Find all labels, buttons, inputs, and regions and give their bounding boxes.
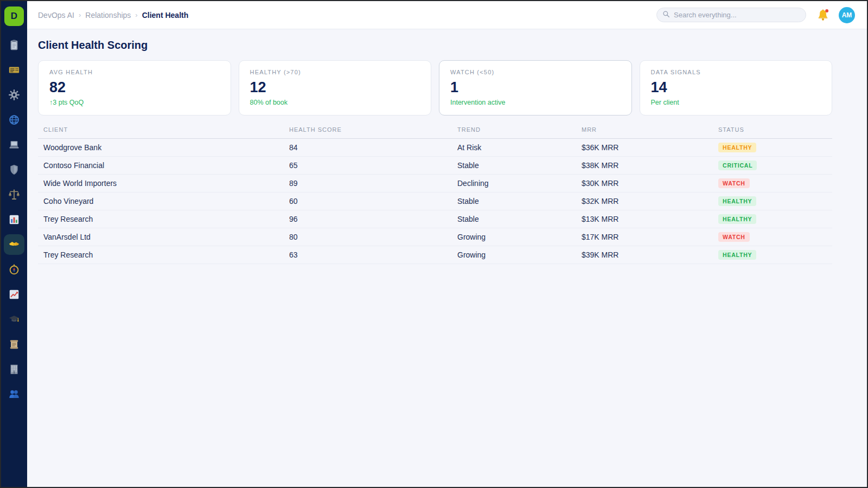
main-area: DevOps AI › Relationships › Client Healt… (27, 1, 867, 487)
column-header-status: Status (718, 126, 832, 133)
sidebar-item-security[interactable] (4, 159, 24, 180)
stat-value: 1 (450, 79, 621, 96)
stat-value: 14 (651, 79, 821, 96)
table-row[interactable]: Woodgrove Bank 84 At Risk $36K MRR HEALT… (38, 139, 832, 157)
stat-label: AVG HEALTH (49, 69, 220, 75)
health-score: 96 (289, 215, 457, 223)
stat-subtext: ↑3 pts QoQ (49, 99, 220, 106)
mrr: $36K MRR (582, 143, 718, 152)
sidebar: D (1, 1, 27, 487)
clipboard-icon (8, 39, 20, 51)
table-row[interactable]: Trey Research 96 Stable $13K MRR HEALTHY (38, 210, 832, 228)
status-badge: HEALTHY (718, 214, 756, 224)
client-name: Wide World Importers (38, 179, 289, 188)
scales-icon (8, 189, 20, 201)
health-score: 65 (289, 161, 457, 170)
mrr: $32K MRR (582, 197, 718, 206)
trend: Growing (457, 233, 582, 241)
client-name: Trey Research (38, 215, 289, 223)
status-badge: WATCH (718, 178, 750, 188)
trend: Declining (457, 179, 582, 188)
stat-card-avg-health: AVG HEALTH 82 ↑3 pts QoQ (38, 60, 231, 115)
breadcrumb-root[interactable]: DevOps AI (38, 11, 74, 20)
trend: Stable (457, 215, 582, 223)
client-name: VanArsdel Ltd (38, 233, 289, 241)
sidebar-item-training[interactable] (4, 309, 24, 330)
health-score: 84 (289, 143, 457, 152)
health-score: 63 (289, 251, 457, 259)
notifications-bell[interactable] (816, 8, 830, 22)
sidebar-item-explore[interactable] (4, 259, 24, 280)
sidebar-item-card[interactable] (4, 60, 24, 80)
user-avatar[interactable]: AM (839, 7, 855, 23)
sidebar-item-growth[interactable] (4, 284, 24, 305)
sidebar-item-contracts[interactable] (4, 334, 24, 355)
mrr: $13K MRR (582, 215, 718, 223)
stat-cards: AVG HEALTH 82 ↑3 pts QoQ HEALTHY (>70) 1… (38, 60, 832, 115)
search-icon (662, 10, 670, 20)
chart-up-icon (8, 288, 20, 300)
status-badge: WATCH (718, 232, 750, 242)
search-box[interactable] (656, 8, 806, 22)
handshake-icon (8, 239, 20, 251)
status-badge: HEALTHY (718, 143, 756, 152)
health-score: 60 (289, 197, 457, 206)
table-row[interactable]: Contoso Financial 65 Stable $38K MRR CRI… (38, 157, 832, 175)
stat-subtext: Intervention active (450, 99, 621, 106)
stat-value: 82 (49, 79, 220, 96)
sidebar-nav (4, 35, 24, 404)
breadcrumb-section[interactable]: Relationships (85, 11, 131, 20)
sidebar-item-organizations[interactable] (4, 359, 24, 380)
client-name: Coho Vineyard (38, 197, 289, 206)
stat-subtext: Per client (651, 99, 821, 106)
compass-icon (8, 264, 20, 275)
breadcrumb: DevOps AI › Relationships › Client Healt… (38, 11, 188, 20)
breadcrumb-separator: › (79, 11, 81, 19)
sidebar-item-globe[interactable] (4, 110, 24, 130)
mrr: $39K MRR (582, 251, 718, 259)
page-title: Client Health Scoring (38, 39, 856, 52)
building-icon (8, 363, 20, 375)
client-name: Woodgrove Bank (38, 143, 289, 152)
sidebar-item-settings[interactable] (4, 85, 24, 105)
sidebar-item-relationships[interactable] (4, 234, 24, 255)
health-score: 89 (289, 179, 457, 188)
gear-icon (8, 89, 20, 101)
table-header: Client Health Score Trend MRR Status (38, 126, 832, 139)
client-name: Contoso Financial (38, 161, 289, 170)
table-row[interactable]: Trey Research 63 Growing $39K MRR HEALTH… (38, 246, 832, 264)
sidebar-item-team[interactable] (4, 384, 24, 404)
topbar: DevOps AI › Relationships › Client Healt… (27, 1, 867, 29)
trend: Stable (457, 161, 582, 170)
client-name: Trey Research (38, 251, 289, 259)
sidebar-item-compliance[interactable] (4, 184, 24, 205)
trend: Stable (457, 197, 582, 206)
notification-dot (825, 9, 828, 12)
health-score: 80 (289, 233, 457, 241)
card-icon (8, 64, 20, 76)
search-input[interactable] (674, 11, 800, 19)
trend: Growing (457, 251, 582, 259)
stat-card-data-signals: DATA SIGNALS 14 Per client (640, 60, 833, 115)
stat-card-healthy: HEALTHY (>70) 12 80% of book (239, 60, 432, 115)
shield-icon (8, 164, 20, 176)
stat-label: HEALTHY (>70) (250, 69, 420, 75)
breadcrumb-separator: › (135, 11, 137, 19)
mrr: $38K MRR (582, 161, 718, 170)
status-badge: HEALTHY (718, 250, 756, 260)
status-badge: HEALTHY (718, 196, 756, 206)
table-row[interactable]: Coho Vineyard 60 Stable $32K MRR HEALTHY (38, 192, 832, 210)
sidebar-item-analytics[interactable] (4, 209, 24, 230)
column-header-client: Client (38, 126, 289, 133)
column-header-trend: Trend (457, 126, 582, 133)
status-badge: CRITICAL (718, 160, 757, 170)
app-logo[interactable]: D (4, 7, 24, 26)
client-health-table: Client Health Score Trend MRR Status Woo… (38, 126, 832, 264)
table-row[interactable]: VanArsdel Ltd 80 Growing $17K MRR WATCH (38, 228, 832, 246)
app-window: D (0, 0, 868, 488)
column-header-health-score: Health Score (289, 126, 457, 133)
sidebar-item-devices[interactable] (4, 134, 24, 155)
sidebar-item-clipboard[interactable] (4, 35, 24, 55)
table-row[interactable]: Wide World Importers 89 Declining $30K M… (38, 175, 832, 192)
column-header-mrr: MRR (582, 126, 718, 133)
